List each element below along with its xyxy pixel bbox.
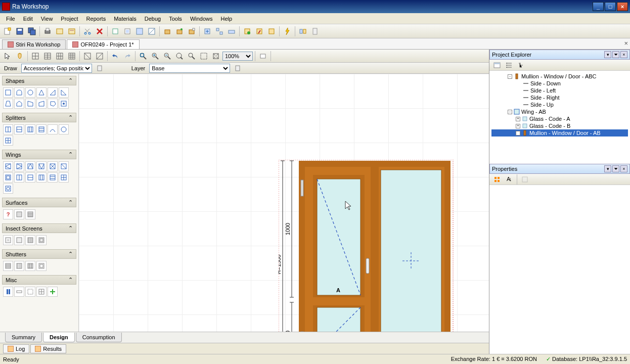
tool-button-21[interactable]	[266, 26, 277, 37]
misc-3[interactable]	[25, 287, 35, 297]
surface-help[interactable]: ?	[3, 209, 13, 219]
tree-toggle[interactable]: +	[516, 131, 520, 135]
tool-button-19[interactable]	[242, 26, 253, 37]
surfaces-header[interactable]: Surfaces⌃	[2, 198, 76, 207]
shutter-2[interactable]	[14, 261, 24, 271]
results-tab[interactable]: Results	[30, 344, 66, 353]
splitter-arc[interactable]	[48, 124, 58, 134]
pe-tool-1[interactable]	[491, 60, 503, 71]
tool-button-5[interactable]	[54, 26, 65, 37]
splitter-grid[interactable]	[3, 135, 13, 146]
misc-2[interactable]	[14, 287, 24, 297]
cut-button[interactable]	[82, 26, 93, 37]
pe-tool-2[interactable]	[504, 60, 515, 71]
wing-1[interactable]	[3, 161, 13, 171]
zoom-combo[interactable]: 100%	[222, 52, 253, 61]
prop-tool-2[interactable]: A↓	[504, 174, 515, 185]
save-all-button[interactable]	[26, 26, 37, 37]
misc-4[interactable]	[36, 287, 47, 297]
tool-button-17[interactable]	[214, 26, 225, 37]
pe-tool-3[interactable]	[516, 60, 527, 71]
menu-project[interactable]: Project	[57, 14, 82, 23]
bottom-tab-design[interactable]: Design	[43, 333, 75, 342]
prop-dropdown-button[interactable]: ▾	[604, 165, 611, 172]
splitter-vv[interactable]	[25, 124, 35, 134]
zoom-select-button[interactable]	[198, 51, 209, 62]
menu-reports[interactable]: Reports	[82, 14, 110, 23]
menu-tools[interactable]: Tools	[165, 14, 186, 23]
project-tree[interactable]: -Mullion - Window / Door - ABCSide - Dow…	[489, 71, 630, 164]
shape-quad2[interactable]	[36, 99, 47, 109]
tree-toggle[interactable]: -	[508, 74, 512, 79]
shape-ltri[interactable]	[59, 87, 69, 98]
menu-debug[interactable]: Debug	[141, 14, 165, 23]
wing-9[interactable]	[25, 172, 35, 183]
shutter-3[interactable]	[25, 261, 35, 271]
zoom-100-button[interactable]	[174, 51, 185, 62]
splitter-v[interactable]	[3, 124, 13, 134]
tool-button-18[interactable]	[226, 26, 237, 37]
pe-close-button[interactable]: ×	[620, 51, 627, 58]
menu-file[interactable]: File	[2, 14, 19, 23]
tree-toggle[interactable]: +	[516, 124, 520, 128]
layer-opts-button[interactable]	[232, 63, 243, 74]
shutter-4[interactable]	[36, 261, 47, 271]
grid-tool-4[interactable]	[66, 51, 77, 62]
shape-quad1[interactable]	[25, 99, 35, 109]
doc-tab-stiri[interactable]: Stiri Ra Workshop	[2, 39, 66, 49]
shape-rtri[interactable]	[48, 87, 58, 98]
close-tab-button[interactable]: ×	[624, 39, 628, 47]
tool-button-12[interactable]	[146, 26, 157, 37]
menu-view[interactable]: View	[37, 14, 57, 23]
shape-trap[interactable]	[3, 99, 13, 109]
view-tool[interactable]	[257, 51, 268, 62]
misc-5[interactable]	[48, 287, 58, 297]
layer-combo[interactable]: Base	[149, 64, 230, 73]
splitter-h[interactable]	[14, 124, 24, 134]
wing-2[interactable]	[14, 161, 24, 171]
tool-button-20[interactable]	[254, 26, 265, 37]
misc-1[interactable]	[3, 287, 13, 297]
draw-combo[interactable]: Accessories; Gap positio...	[21, 64, 92, 73]
new-project-button[interactable]	[2, 26, 13, 37]
tree-node[interactable]: Side - Left	[491, 87, 628, 94]
insect-1[interactable]	[3, 235, 13, 245]
tree-node[interactable]: +Mullion - Window / Door - AB	[491, 129, 628, 136]
menu-help[interactable]: Help	[217, 14, 237, 23]
splitters-header[interactable]: Splitters⌃	[2, 113, 76, 122]
undo-button[interactable]	[110, 51, 121, 62]
tree-node[interactable]: +Glass - Code - B	[491, 122, 628, 129]
prop-tool-3[interactable]	[519, 174, 530, 185]
zoom-tool-7[interactable]	[210, 51, 221, 62]
tree-toggle[interactable]: +	[516, 117, 520, 121]
properties-grid[interactable]	[489, 185, 630, 354]
pe-pin-button[interactable]: ⏷	[612, 51, 619, 58]
delete-button[interactable]	[94, 26, 105, 37]
surface-3[interactable]	[25, 209, 35, 219]
wing-11[interactable]	[48, 172, 58, 183]
prop-tool-1[interactable]	[491, 174, 503, 185]
menu-windows[interactable]: Windows	[186, 14, 217, 23]
minimize-button[interactable]: _	[593, 2, 604, 11]
shape-custom[interactable]	[59, 99, 69, 109]
tool-button-24[interactable]	[309, 26, 321, 37]
insect-4[interactable]	[36, 235, 47, 245]
tree-node[interactable]: Side - Up	[491, 101, 628, 108]
bottom-tab-summary[interactable]: Summary	[5, 333, 42, 342]
splitter-hh[interactable]	[36, 124, 47, 134]
wing-3[interactable]	[25, 161, 35, 171]
grid-tool-5[interactable]	[82, 51, 93, 62]
tool-button-14[interactable]	[174, 26, 185, 37]
zoom-out-button[interactable]	[162, 51, 173, 62]
design-canvas[interactable]: A B C H=1500 1000 500 550 550	[79, 74, 489, 332]
zoom-tool-5[interactable]	[186, 51, 197, 62]
prop-pin-button[interactable]: ⏷	[612, 165, 619, 172]
tree-node[interactable]: Side - Right	[491, 94, 628, 101]
pan-tool[interactable]	[14, 51, 25, 62]
insect-3[interactable]	[25, 235, 35, 245]
tool-button-6[interactable]	[66, 26, 77, 37]
lightning-button[interactable]	[282, 26, 293, 37]
tool-button-16[interactable]	[202, 26, 213, 37]
prop-close-button[interactable]: ×	[620, 165, 627, 172]
maximize-button[interactable]: □	[605, 2, 616, 11]
